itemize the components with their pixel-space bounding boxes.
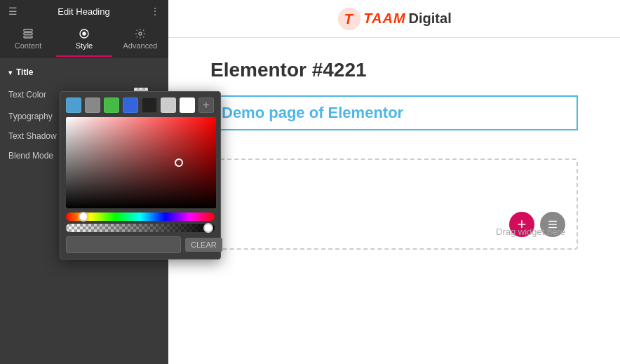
tab-content[interactable]: Content — [0, 22, 56, 57]
hex-row: CLEAR — [66, 236, 215, 253]
top-bar: T TAAM Digital — [168, 0, 620, 38]
color-swatches: + — [60, 92, 220, 117]
left-panel: ☰ Edit Heading ⋮ Content Style Advanced — [0, 0, 168, 364]
hue-slider-wrap — [66, 213, 215, 221]
swatch-blue[interactable] — [66, 97, 81, 113]
tab-style-label: Style — [76, 41, 93, 50]
opacity-thumb[interactable] — [203, 223, 213, 233]
hamburger-icon[interactable]: ☰ — [8, 6, 18, 17]
panel-title: Edit Heading — [58, 6, 109, 17]
color-picker-popup: + CLEAR — [60, 91, 221, 259]
tab-advanced[interactable]: Advanced — [112, 22, 168, 57]
swatch-light-gray[interactable] — [161, 97, 176, 113]
clear-button[interactable]: CLEAR — [185, 238, 222, 252]
color-gradient-canvas[interactable] — [66, 117, 216, 208]
swatch-green[interactable] — [104, 97, 119, 113]
svg-rect-1 — [24, 33, 32, 35]
page-content: Elementor #4221 Demo page of Elementor +… — [168, 38, 620, 364]
brand-logo-icon: T — [337, 6, 362, 32]
hex-input[interactable] — [66, 236, 181, 253]
svg-point-4 — [82, 32, 86, 35]
swatch-gray[interactable] — [85, 97, 100, 113]
tab-advanced-label: Advanced — [123, 41, 158, 50]
swatch-dark[interactable] — [142, 97, 157, 113]
brand-digital: Digital — [409, 11, 452, 27]
swatch-white[interactable] — [180, 97, 195, 113]
brand-logo: T TAAM Digital — [337, 6, 451, 32]
panel-tabs: Content Style Advanced — [0, 22, 168, 58]
add-swatch-btn[interactable]: + — [198, 97, 214, 113]
hue-thumb[interactable] — [79, 212, 88, 222]
tab-style[interactable]: Style — [56, 22, 112, 57]
section-title: Title — [0, 65, 168, 83]
tab-content-label: Content — [15, 41, 42, 50]
typography-label: Typography — [8, 112, 53, 121]
picker-cursor — [175, 159, 183, 167]
opacity-slider-wrap — [66, 224, 215, 232]
demo-heading[interactable]: Demo page of Elementor — [210, 95, 578, 130]
opacity-slider[interactable] — [66, 224, 215, 232]
panel-header: ☰ Edit Heading ⋮ — [0, 0, 168, 22]
blend-mode-label: Blend Mode — [8, 151, 53, 161]
drag-widget-label: Drag widget here — [212, 227, 577, 237]
swatch-dark-blue[interactable] — [123, 97, 138, 113]
right-area: T TAAM Digital Elementor #4221 Demo page… — [168, 0, 620, 364]
svg-rect-9 — [548, 224, 557, 225]
widget-drop-area[interactable]: + Drag widget here — [210, 159, 578, 250]
svg-rect-0 — [24, 29, 32, 32]
page-title: Elementor #4221 — [210, 59, 578, 81]
svg-rect-8 — [548, 221, 557, 222]
svg-text:T: T — [344, 11, 354, 27]
svg-point-5 — [139, 32, 142, 35]
brand-taam: TAAM — [363, 11, 405, 27]
text-shadow-label: Text Shadow — [8, 131, 57, 141]
grid-icon[interactable]: ⋮ — [150, 6, 160, 17]
text-color-label: Text Color — [8, 90, 46, 100]
hue-slider[interactable] — [66, 213, 215, 221]
svg-rect-2 — [24, 36, 32, 38]
